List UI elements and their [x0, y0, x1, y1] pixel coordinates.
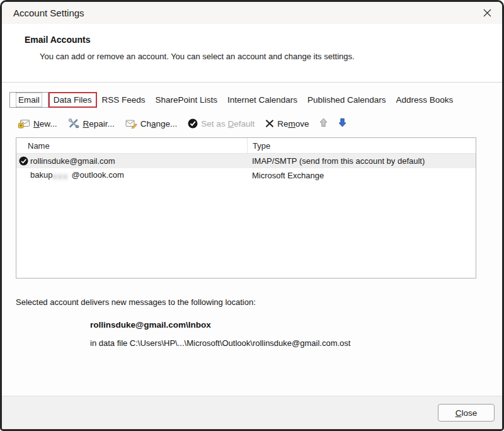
tab-internet-calendars[interactable]: Internet Calendars	[222, 92, 302, 108]
tab-rss-feeds-label: RSS Feeds	[102, 95, 146, 105]
repair-icon	[68, 118, 80, 129]
list-header: Name Type	[16, 138, 476, 154]
change-button[interactable]: Change...	[125, 118, 178, 129]
tab-rss-feeds[interactable]: RSS Feeds	[97, 92, 151, 108]
close-button[interactable]: Close	[438, 404, 495, 422]
account-row-outlook[interactable]: bakupxxx@outlook.com Microsoft Exchange	[16, 168, 476, 183]
blurred-text: xxx	[52, 171, 71, 181]
dialog-footer: Close	[2, 396, 502, 429]
tab-email-label: Email	[18, 95, 40, 105]
change-icon	[125, 118, 137, 129]
arrow-down-icon	[338, 118, 346, 129]
tab-email[interactable]: Email	[9, 92, 49, 108]
data-file-path: in data file C:\Users\HP\...\Microsoft\O…	[90, 338, 502, 348]
account-name: bakupxxx@outlook.com	[30, 170, 124, 180]
remove-icon	[265, 119, 274, 128]
tab-address-books[interactable]: Address Books	[391, 92, 459, 108]
dialog-body: Email Data Files RSS Feeds SharePoint Li…	[2, 83, 502, 396]
delivery-intro-text: Selected account delivers new messages t…	[16, 297, 502, 307]
accounts-toolbar: New... Repair...	[18, 118, 502, 129]
set-as-default-label: Set as Default	[201, 119, 255, 129]
set-default-icon	[188, 118, 198, 129]
column-header-type: Type	[247, 138, 476, 153]
tab-sharepoint-lists[interactable]: SharePoint Lists	[151, 92, 222, 108]
tab-strip: Email Data Files RSS Feeds SharePoint Li…	[9, 92, 502, 108]
account-type: IMAP/SMTP (send from this account by def…	[247, 156, 476, 166]
set-as-default-button[interactable]: Set as Default	[188, 118, 255, 129]
new-account-icon	[18, 118, 30, 129]
change-label: Change...	[140, 119, 178, 129]
tab-data-files[interactable]: Data Files	[49, 92, 97, 108]
title-bar: Account Settings	[2, 2, 502, 24]
accounts-list: Name Type rollinsduke@gmail.com IMAP/SMT…	[16, 137, 476, 279]
move-up-button[interactable]	[319, 118, 328, 129]
remove-label: Remove	[277, 119, 309, 129]
page-description: You can add or remove an account. You ca…	[40, 52, 502, 61]
header-section: Email Accounts You can add or remove an …	[2, 24, 502, 83]
delivery-location: rollinsduke@gmail.com\Inbox	[90, 320, 502, 330]
new-account-label: New...	[33, 119, 57, 129]
account-row-gmail[interactable]: rollinsduke@gmail.com IMAP/SMTP (send fr…	[16, 154, 476, 168]
move-down-button[interactable]	[338, 118, 346, 129]
tab-internet-calendars-label: Internet Calendars	[227, 95, 297, 105]
delivery-details: Selected account delivers new messages t…	[16, 297, 502, 348]
repair-button[interactable]: Repair...	[68, 118, 115, 129]
close-icon[interactable]	[483, 8, 492, 18]
account-settings-dialog: Account Settings Email Accounts You can …	[0, 0, 504, 431]
account-type: Microsoft Exchange	[247, 171, 476, 180]
tab-address-books-label: Address Books	[396, 95, 454, 105]
window-title: Account Settings	[13, 8, 84, 18]
page-title: Email Accounts	[25, 35, 502, 45]
tab-data-files-label: Data Files	[54, 95, 92, 105]
new-account-button[interactable]: New...	[18, 118, 57, 129]
account-name: rollinsduke@gmail.com	[30, 156, 115, 166]
tab-sharepoint-lists-label: SharePoint Lists	[156, 95, 217, 105]
default-account-check-icon	[19, 156, 28, 166]
tab-published-calendars[interactable]: Published Calendars	[302, 92, 391, 108]
column-header-name: Name	[16, 141, 247, 151]
repair-label: Repair...	[83, 119, 115, 129]
tab-published-calendars-label: Published Calendars	[307, 95, 386, 105]
remove-button[interactable]: Remove	[265, 119, 309, 129]
arrow-up-icon	[319, 118, 328, 129]
